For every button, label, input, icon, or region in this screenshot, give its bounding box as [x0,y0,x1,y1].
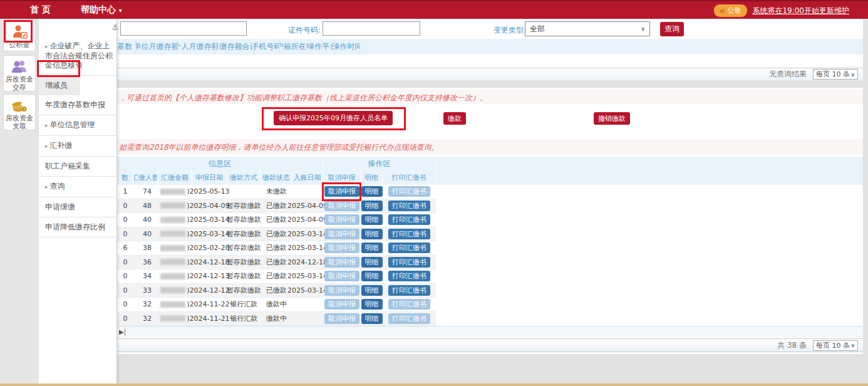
count-cell: 0 [117,227,133,241]
table-row: 040)2025-03-14暂存款缴款已缴款2025-04-09取消申报明细打印… [117,213,436,227]
detail-button[interactable]: 明细 [361,201,383,211]
declare-date-cell: 2024-11-22 [192,298,227,311]
entry-date-cell: 2025-04-09 [292,199,323,213]
detail-cell: 明细 [361,227,383,241]
page-size-select[interactable]: 每页 10 条 ∨ [813,340,858,351]
masked-amount [160,315,185,321]
triangle-right-icon: ▸ [45,43,48,50]
people-count-cell: 40 [133,227,158,241]
svg-text:?: ? [23,107,25,112]
menu-item-label: 年度缴存基数申报 [45,100,105,109]
cancel-pay-button[interactable]: 撤销缴款 [594,112,630,125]
detail-button[interactable]: 明细 [361,271,383,281]
print-remittance-button[interactable]: 打印汇缴书 [388,257,430,268]
print-remittance-button[interactable]: 打印汇缴书 [388,299,430,310]
cancel-declare-button[interactable]: 取消申报 [324,299,359,310]
people-count-cell: 36 [133,256,158,269]
print-remittance-button[interactable]: 打印汇缴书 [388,285,430,296]
detail-button[interactable]: 明细 [361,243,383,253]
cancel-declare-button[interactable]: 取消申报 [324,257,359,268]
person-edit-icon [11,24,28,39]
chevron-down-icon: ∨ [850,342,855,348]
table2-body: 174)2025-05-13未缴款取消申报明细打印汇缴书048)2025-04-… [117,185,863,326]
pay-status-cell: 缴款中 [261,298,292,311]
menu-item[interactable]: 申请降低缴存比例 [39,217,116,237]
table2-header-cell: 汇缴人数 [133,170,158,185]
rail-item-fangai-jiaocun[interactable]: 房改资金交存 [3,55,36,91]
id-number-input[interactable] [323,21,420,36]
entry-date-cell: 2025-04-09 [292,213,323,227]
rail-item-fangai-zhiqu[interactable]: ? 房改资金支取 [3,94,36,130]
nav-help-center[interactable]: 帮助中心 ▾ [81,4,122,16]
detail-button[interactable]: 明细 [361,229,383,239]
print-remittance-button[interactable]: 打印汇缴书 [388,201,430,211]
nav-home[interactable]: 首 页 [30,4,51,16]
declare-date-cell: 2025-02-20 [192,241,227,255]
table2-group-header: 信息区操作区 [117,157,863,170]
chevron-down-icon: ∨ [850,71,855,78]
change-type-select[interactable]: 全部 ∨ [525,21,650,36]
cancel-declare-button[interactable]: 取消申报 [324,313,359,324]
entry-date-cell: 2025-03-14 [292,284,323,298]
menu-item[interactable]: ▸单位信息管理 [39,115,116,136]
detail-button[interactable]: 明细 [361,214,383,225]
detail-button[interactable]: 明细 [361,257,383,268]
print-cell: 打印汇缴书 [383,241,436,255]
people-count-cell: 32 [133,312,158,326]
menu-item-label: 企业破产、企业上市合法合规住房公积金信息核查 [45,41,113,70]
print-remittance-button[interactable]: 打印汇缴书 [388,243,430,253]
menu-item[interactable]: 年度缴存基数申报 [39,95,116,115]
menu-item[interactable]: ▸查询 [39,177,116,197]
print-remittance-button[interactable]: 打印汇缴书 [388,214,430,225]
menu-item[interactable]: 职工户籍采集 [39,157,116,177]
pay-button[interactable]: 缴款 [443,112,466,125]
people-count-cell: 32 [133,298,158,311]
detail-button[interactable]: 明细 [361,299,383,310]
menu-item[interactable]: 增减员 [39,76,80,95]
menu-item[interactable]: ▸汇补缴 [39,136,116,157]
cancel-declare-button[interactable]: 取消申报 [324,201,359,211]
print-remittance-button[interactable]: 打印汇缴书 [388,229,430,239]
masked-amount [160,287,185,293]
people-count-cell: 33 [133,284,158,298]
masked-amount [160,273,185,279]
query-button[interactable]: 查询 [660,22,684,36]
rail-item-gongjijin[interactable]: 公积金 [3,21,36,51]
page-size-select[interactable]: 每页 10 条 ∨ [813,69,858,80]
masked-amount [160,189,185,195]
detail-button[interactable]: 明细 [361,285,383,296]
people-count-cell: 38 [133,241,158,255]
cancel-declare-button[interactable]: 取消申报 [324,243,359,253]
cancel-declare-button[interactable]: 取消申报 [324,186,359,197]
print-remittance-button[interactable]: 打印汇缴书 [388,271,430,281]
cancel-declare-button[interactable]: 取消申报 [324,271,359,281]
print-remittance-button[interactable]: 打印汇缴书 [388,313,430,324]
table1-header: 件号码月工资收入缴存基数单位月缴存额个人月缴存额月缴存额合计手机号码户籍所在地操… [39,39,863,55]
menu-item[interactable]: 申请缓缴 [39,197,116,217]
menu-item[interactable]: ▸企业破产、企业上市合法合规住房公积金信息核查 [39,36,116,76]
menu-item-label: 申请降低缴存比例 [45,222,105,231]
masked-amount [160,217,185,223]
table2-header-cell: 数 [117,170,133,185]
maintenance-notice-link[interactable]: 系统将在19:00开始更新维护 [752,6,849,16]
horizontal-scrollbar[interactable]: ▶| [39,326,863,337]
announcement-badge[interactable]: ◀)公告 [714,4,747,17]
cancel-declare-button[interactable]: 取消申报 [324,229,359,239]
masked-amount [160,245,185,251]
detail-button[interactable]: 明细 [361,186,383,197]
id-number-label: 证件号码: [288,25,321,36]
pay-method-cell: 暂存款缴款 [227,256,261,269]
declare-date-cell: 2025-04-09 [192,199,227,213]
print-remittance-button[interactable]: 打印汇缴书 [388,186,430,197]
confirm-declare-button[interactable]: 确认申报2025年09月缴存人员名单 [274,111,393,125]
declare-date-cell: 2025-03-14 [192,213,227,227]
keyword-input[interactable] [120,21,247,36]
cancel-declare-button[interactable]: 取消申报 [324,285,359,296]
table2-header-cell: 申报日期 [192,170,227,185]
detail-button[interactable]: 明细 [361,313,383,324]
count-cell: 6 [117,241,133,255]
cancel-declare-button[interactable]: 取消申报 [324,214,359,225]
table1-header-cell: 月缴存额合计 [216,39,254,55]
triangle-right-icon: ▸ [45,143,48,149]
declaration-panel: ，可通过首页的【个人缴存基数修改】功能调整职工缴存基数（线上渠道住房公积金年度内… [39,88,863,354]
